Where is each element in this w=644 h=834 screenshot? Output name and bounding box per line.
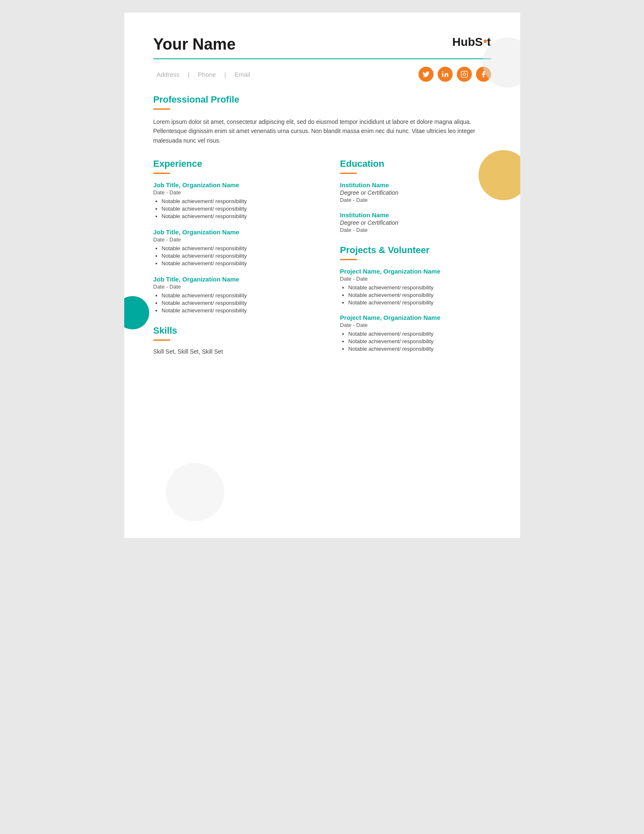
svg-rect-1 — [461, 71, 467, 78]
education-section: Education Institution Name Degree or Cer… — [340, 158, 491, 233]
job-title-3: Job Title, Organization Name — [153, 276, 319, 283]
header-divider — [153, 58, 491, 59]
project-bullet-1-2: Notable achievement/ responsibility — [348, 292, 491, 298]
experience-underline — [153, 173, 170, 174]
project-date-1: Date - Date — [340, 276, 491, 282]
project-bullet-2-3: Notable achievement/ responsibility — [348, 346, 491, 352]
skills-title: Skills — [153, 325, 319, 336]
job-bullets-3: Notable achievement/ responsibility Nota… — [153, 292, 319, 314]
contact-row: Address | Phone | Email — [153, 67, 491, 82]
social-icons — [418, 67, 491, 82]
institution-name-2: Institution Name — [340, 211, 491, 219]
twitter-icon[interactable] — [418, 67, 434, 82]
job-bullet-3-2: Notable achievement/ responsibility — [162, 300, 319, 306]
project-bullet-2-2: Notable achievement/ responsibility — [348, 338, 491, 344]
separator2: | — [224, 71, 226, 78]
deco-circle-left — [124, 296, 149, 329]
edu-date-2: Date - Date — [340, 227, 491, 233]
job-bullet-3-3: Notable achievement/ responsibility — [162, 307, 319, 314]
edu-date-1: Date - Date — [340, 197, 491, 203]
contact-info: Address | Phone | Email — [153, 71, 253, 78]
education-title: Education — [340, 158, 491, 169]
linkedin-icon[interactable] — [438, 67, 453, 82]
job-bullets-2: Notable achievement/ responsibility Nota… — [153, 245, 319, 266]
job-date-3: Date - Date — [153, 284, 319, 290]
project-title-1: Project Name, Organization Name — [340, 268, 491, 275]
job-bullet-2-2: Notable achievement/ responsibility — [162, 253, 319, 259]
project-entry-2: Project Name, Organization Name Date - D… — [340, 314, 491, 352]
job-bullet-1-2: Notable achievement/ responsibility — [162, 206, 319, 212]
hubspot-text1: HubS — [452, 35, 483, 49]
job-entry-2: Job Title, Organization Name Date - Date… — [153, 229, 319, 266]
job-entry-1: Job Title, Organization Name Date - Date… — [153, 181, 319, 219]
skills-underline — [153, 339, 170, 341]
job-entry-3: Job Title, Organization Name Date - Date… — [153, 276, 319, 314]
job-title-1: Job Title, Organization Name — [153, 181, 319, 188]
profile-section: Professional Profile Lorem ipsum dolor s… — [153, 94, 491, 145]
job-bullets-1: Notable achievement/ responsibility Nota… — [153, 198, 319, 219]
left-column: Experience Job Title, Organization Name … — [153, 158, 319, 360]
experience-title: Experience — [153, 158, 319, 169]
projects-section: Projects & Volunteer Project Name, Organ… — [340, 245, 491, 352]
projects-title: Projects & Volunteer — [340, 245, 491, 256]
experience-section: Experience Job Title, Organization Name … — [153, 158, 319, 314]
job-bullet-2-3: Notable achievement/ responsibility — [162, 260, 319, 266]
email-text: Email — [234, 71, 250, 78]
deco-circle-bottom-left — [166, 463, 224, 521]
degree-1: Degree or Certification — [340, 189, 491, 196]
edu-entry-2: Institution Name Degree or Certification… — [340, 211, 491, 233]
skills-section: Skills Skill Set, Skill Set, Skill Set — [153, 325, 319, 355]
projects-underline — [340, 259, 357, 260]
address-text: Address — [157, 71, 180, 78]
degree-2: Degree or Certification — [340, 219, 491, 226]
svg-point-0 — [442, 71, 443, 73]
job-bullet-1-3: Notable achievement/ responsibility — [162, 213, 319, 219]
hubspot-logo: HubSt — [452, 35, 491, 49]
two-col-layout: Experience Job Title, Organization Name … — [153, 158, 491, 360]
hubspot-dot1 — [484, 40, 487, 43]
institution-name-1: Institution Name — [340, 181, 491, 188]
project-bullet-2-1: Notable achievement/ responsibility — [348, 331, 491, 337]
project-bullets-2: Notable achievement/ responsibility Nota… — [340, 331, 491, 352]
job-bullet-3-1: Notable achievement/ responsibility — [162, 292, 319, 299]
edu-entry-1: Institution Name Degree or Certification… — [340, 181, 491, 203]
instagram-icon[interactable] — [457, 67, 472, 82]
job-bullet-2-1: Notable achievement/ responsibility — [162, 245, 319, 251]
name-heading: Your Name — [153, 35, 236, 53]
project-bullets-1: Notable achievement/ responsibility Nota… — [340, 284, 491, 306]
project-entry-1: Project Name, Organization Name Date - D… — [340, 268, 491, 306]
resume-page: Your Name HubSt Address | Phone | Email — [124, 13, 520, 538]
profile-underline — [153, 108, 170, 110]
job-date-1: Date - Date — [153, 189, 319, 196]
profile-text: Lorem ipsum dolor sit amet, consectetur … — [153, 117, 491, 145]
education-underline — [340, 173, 357, 174]
project-date-2: Date - Date — [340, 322, 491, 328]
project-bullet-1-3: Notable achievement/ responsibility — [348, 299, 491, 306]
phone-text: Phone — [198, 71, 216, 78]
job-date-2: Date - Date — [153, 236, 319, 243]
right-column: Education Institution Name Degree or Cer… — [340, 158, 491, 360]
header: Your Name HubSt — [153, 35, 491, 53]
skills-text: Skill Set, Skill Set, Skill Set — [153, 348, 319, 355]
job-bullet-1-1: Notable achievement/ responsibility — [162, 198, 319, 204]
project-title-2: Project Name, Organization Name — [340, 314, 491, 321]
project-bullet-1-1: Notable achievement/ responsibility — [348, 284, 491, 291]
job-title-2: Job Title, Organization Name — [153, 229, 319, 236]
separator1: | — [188, 71, 190, 78]
profile-title: Professional Profile — [153, 94, 491, 105]
